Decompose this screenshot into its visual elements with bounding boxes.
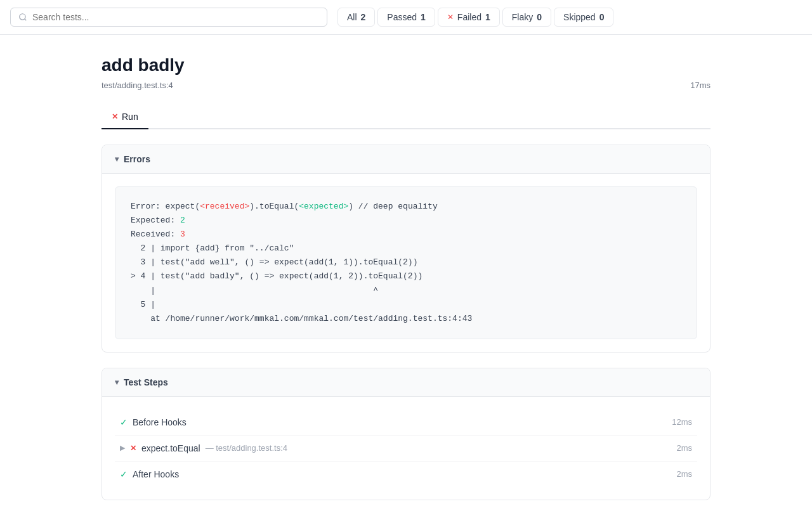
step-check-icon-after-hooks: ✓ <box>120 469 128 479</box>
step-time-after-hooks: 2ms <box>676 469 692 479</box>
filter-count-all: 2 <box>361 12 366 22</box>
step-left-expect-toequal: ▶✕expect.toEqual— test/adding.test.ts:4 <box>120 443 287 453</box>
errors-section-body: Error: expect(<received>).toEqual(<expec… <box>102 174 710 352</box>
test-steps-section: ▾ Test Steps ✓Before Hooks12ms▶✕expect.t… <box>102 368 710 500</box>
svg-line-1 <box>25 19 27 21</box>
test-duration: 17ms <box>690 81 710 90</box>
test-meta: test/adding.test.ts:4 17ms <box>102 81 710 90</box>
test-steps-list: ✓Before Hooks12ms▶✕expect.toEqual— test/… <box>115 410 697 487</box>
step-check-icon-before-hooks: ✓ <box>120 417 128 427</box>
filter-btn-failed[interactable]: ✕Failed1 <box>438 8 500 27</box>
search-input[interactable] <box>32 12 319 22</box>
errors-section: ▾ Errors Error: expect(<received>).toEqu… <box>102 145 710 353</box>
top-bar: All2Passed1✕Failed1Flaky0Skipped0 <box>0 0 812 35</box>
test-title: add badly <box>102 55 710 75</box>
test-steps-section-title: Test Steps <box>124 377 168 387</box>
step-item-after-hooks: ✓After Hooks2ms <box>115 462 697 487</box>
svg-point-0 <box>20 14 25 20</box>
filter-btn-passed[interactable]: Passed1 <box>377 8 435 27</box>
step-item-expect-toequal[interactable]: ▶✕expect.toEqual— test/adding.test.ts:42… <box>115 436 697 462</box>
step-sublabel-expect-toequal: — test/adding.test.ts:4 <box>206 443 287 453</box>
filter-x-icon-failed: ✕ <box>447 13 454 22</box>
filter-btn-flaky[interactable]: Flaky0 <box>502 8 551 27</box>
filter-btn-all[interactable]: All2 <box>337 8 375 27</box>
error-code-block: Error: expect(<received>).toEqual(<expec… <box>115 186 697 339</box>
step-label-after-hooks: After Hooks <box>133 469 179 479</box>
main-content: add badly test/adding.test.ts:4 17ms ✕ R… <box>0 35 812 518</box>
filter-label-passed: Passed <box>387 12 417 22</box>
step-left-before-hooks: ✓Before Hooks <box>120 417 187 427</box>
step-time-before-hooks: 12ms <box>672 417 692 427</box>
filter-label-flaky: Flaky <box>512 12 533 22</box>
filter-label-all: All <box>347 12 357 22</box>
search-icon <box>18 13 27 22</box>
tab-x-icon: ✕ <box>112 112 118 121</box>
test-steps-section-body: ✓Before Hooks12ms▶✕expect.toEqual— test/… <box>102 397 710 500</box>
step-left-after-hooks: ✓After Hooks <box>120 469 179 479</box>
errors-chevron-icon: ▾ <box>115 155 119 164</box>
filter-count-passed: 1 <box>421 12 426 22</box>
tab-run-label: Run <box>122 112 138 122</box>
errors-section-header[interactable]: ▾ Errors <box>102 145 710 174</box>
tabs: ✕ Run <box>102 105 710 129</box>
step-time-expect-toequal: 2ms <box>676 443 692 453</box>
step-fail-icon-expect-toequal: ✕ <box>130 444 136 453</box>
test-steps-chevron-icon: ▾ <box>115 378 119 387</box>
filter-count-skipped: 0 <box>599 12 605 22</box>
step-chevron-expect-toequal[interactable]: ▶ <box>120 444 125 452</box>
filter-btn-skipped[interactable]: Skipped0 <box>554 8 613 27</box>
filter-count-failed: 1 <box>485 12 490 22</box>
tab-run[interactable]: ✕ Run <box>102 105 148 129</box>
step-label-expect-toequal: expect.toEqual <box>141 443 200 453</box>
test-steps-section-header[interactable]: ▾ Test Steps <box>102 368 710 397</box>
test-file: test/adding.test.ts:4 <box>102 81 173 90</box>
filter-buttons: All2Passed1✕Failed1Flaky0Skipped0 <box>337 8 613 27</box>
step-item-before-hooks: ✓Before Hooks12ms <box>115 410 697 436</box>
step-label-before-hooks: Before Hooks <box>133 417 187 427</box>
search-box <box>10 8 327 27</box>
filter-label-failed: Failed <box>457 12 481 22</box>
filter-count-flaky: 0 <box>537 12 542 22</box>
filter-label-skipped: Skipped <box>563 12 596 22</box>
errors-section-title: Errors <box>124 154 150 164</box>
